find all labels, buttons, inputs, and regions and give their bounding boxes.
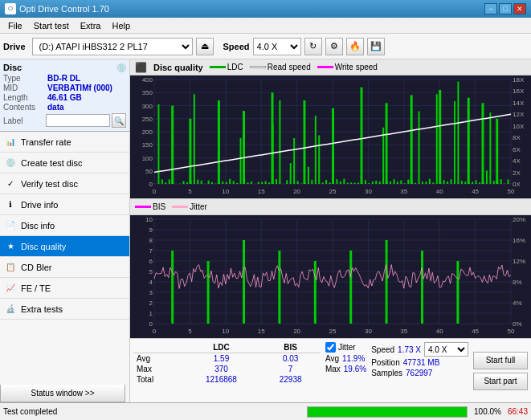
legend-bis: BIS (135, 202, 165, 211)
stats-row-max: Max 370 7 (133, 364, 321, 374)
drive-info-icon: ℹ (5, 199, 16, 210)
jitter-avg-row: Avg 11.9% (325, 354, 366, 363)
jitter-avg-label: Avg (325, 354, 339, 363)
settings-button[interactable]: ⚙ (325, 38, 343, 55)
speed-select[interactable]: 4.0 X (253, 38, 301, 55)
menu-start-test[interactable]: Start test (29, 19, 74, 32)
legend-write-speed: Write speed (317, 63, 378, 71)
menu-file[interactable]: File (3, 19, 27, 32)
stats-row-total: Total 1216868 22938 (133, 374, 321, 385)
position-label: Position (371, 358, 400, 367)
progress-percent: 100.0% (474, 407, 501, 416)
save-button[interactable]: 💾 (367, 38, 385, 55)
progress-bar-fill (308, 407, 467, 417)
stats-table: LDC BIS Avg 1.59 0.03 Max 370 (133, 342, 321, 399)
start-full-button[interactable]: Start full (473, 352, 528, 369)
col-ldc: LDC (182, 342, 261, 353)
status-window-button[interactable]: Status window >> (0, 385, 125, 402)
col-empty (133, 342, 182, 353)
length-label: Length (3, 93, 47, 102)
close-button[interactable]: ✕ (513, 3, 526, 14)
speed-select-small[interactable]: 4.0 X (424, 342, 468, 357)
nav-transfer-rate[interactable]: 📊 Transfer rate (0, 132, 129, 153)
top-chart (130, 75, 531, 198)
jitter-checkbox[interactable] (325, 342, 336, 353)
jitter-max-val: 19.6% (344, 365, 366, 373)
samples-label: Samples (371, 369, 402, 377)
contents-label: Contents (3, 103, 47, 112)
total-bis: 22938 (260, 374, 321, 385)
statusbar: Test completed 100.0% 66:43 (0, 402, 531, 420)
nav-items: 📊 Transfer rate 💿 Create test disc ✓ Ver… (0, 132, 129, 320)
burn-button[interactable]: 🔥 (346, 38, 364, 55)
read-speed-color (250, 66, 266, 68)
charts-wrapper: BIS Jitter (130, 75, 531, 338)
label-input[interactable] (46, 114, 110, 127)
menubar: File Start test Extra Help (0, 18, 531, 34)
speed-val: 1.73 X (398, 345, 421, 354)
bottom-chart (130, 215, 531, 338)
nav-create-test-disc[interactable]: 💿 Create test disc (0, 153, 129, 173)
speed-row: Speed 1.73 X 4.0 X (371, 342, 468, 357)
nav-disc-quality[interactable]: ★ Disc quality (0, 236, 129, 257)
nav-cd-bler-label: CD Bler (21, 263, 52, 272)
samples-val: 762997 (406, 369, 432, 377)
jitter-avg-val: 11.9% (342, 354, 365, 363)
verify-test-disc-icon: ✓ (5, 178, 16, 190)
content-area: ⬛ Disc quality LDC Read speed Write spee… (130, 59, 531, 402)
nav-drive-info-label: Drive info (21, 200, 58, 210)
menu-extra[interactable]: Extra (76, 19, 106, 32)
jitter-label: Jitter (190, 202, 207, 211)
jitter-section: Jitter Avg 11.9% Max 19.6% (325, 342, 366, 399)
action-buttons: Start full Start part (473, 342, 528, 399)
write-speed-label: Write speed (335, 63, 378, 71)
nav-disc-quality-label: Disc quality (21, 242, 66, 251)
fe-te-icon: 📈 (5, 283, 16, 294)
nav-extra-tests[interactable]: 🔬 Extra tests (0, 299, 129, 320)
max-ldc: 370 (182, 364, 261, 374)
menu-help[interactable]: Help (107, 19, 135, 32)
disc-quality-icon: ★ (5, 241, 16, 252)
nav-extra-tests-label: Extra tests (21, 304, 63, 314)
nav-create-test-disc-label: Create test disc (21, 158, 82, 168)
bottom-chart-panel (130, 215, 531, 339)
toolbar: Drive (D:) ATAPI iHBS312 2 PL17 ⏏ Speed … (0, 34, 531, 59)
nav-fe-te[interactable]: 📈 FE / TE (0, 278, 129, 299)
drive-label: Drive (3, 42, 26, 51)
nav-verify-test-disc[interactable]: ✓ Verify test disc (0, 173, 129, 194)
refresh-button[interactable]: ↻ (304, 38, 322, 55)
maximize-button[interactable]: □ (499, 3, 512, 14)
label-search-button[interactable]: 🔍 (112, 113, 126, 128)
mid-value: VERBATIMf (000) (47, 84, 112, 92)
label-label: Label (3, 116, 46, 125)
start-part-button[interactable]: Start part (473, 373, 528, 390)
app-title: Opti Drive Control 1.70 (19, 4, 109, 14)
nav-disc-info[interactable]: 📄 Disc info (0, 215, 129, 236)
position-row: Position 47731 MB (371, 358, 468, 367)
jitter-color (172, 206, 188, 208)
speed-label: Speed (223, 42, 250, 51)
type-label: Type (3, 74, 47, 83)
bis-label: BIS (153, 202, 165, 211)
type-value: BD-R DL (47, 74, 80, 83)
stats-row-avg: Avg 1.59 0.03 (133, 353, 321, 365)
legend-read-speed: Read speed (250, 63, 311, 71)
transfer-rate-icon: 📊 (5, 137, 16, 148)
jitter-check-row: Jitter (325, 342, 366, 353)
position-val: 47731 MB (403, 358, 440, 367)
status-time: 66:43 (508, 407, 528, 416)
disc-icon[interactable]: 💿 (116, 63, 126, 72)
minimize-button[interactable]: − (484, 3, 497, 14)
eject-button[interactable]: ⏏ (196, 38, 214, 55)
jitter-max-label: Max (325, 365, 341, 373)
length-value: 46.61 GB (47, 93, 82, 102)
nav-cd-bler[interactable]: 📋 CD Bler (0, 257, 129, 278)
ldc-color (210, 66, 226, 68)
drive-select[interactable]: (D:) ATAPI iHBS312 2 PL17 (32, 38, 193, 55)
chart-title: Disc quality (153, 63, 203, 72)
jitter-section-label: Jitter (338, 343, 356, 352)
speed-section-label: Speed (371, 345, 394, 354)
status-text: Test completed (3, 407, 300, 416)
nav-drive-info[interactable]: ℹ Drive info (0, 194, 129, 215)
col-bis: BIS (260, 342, 321, 353)
